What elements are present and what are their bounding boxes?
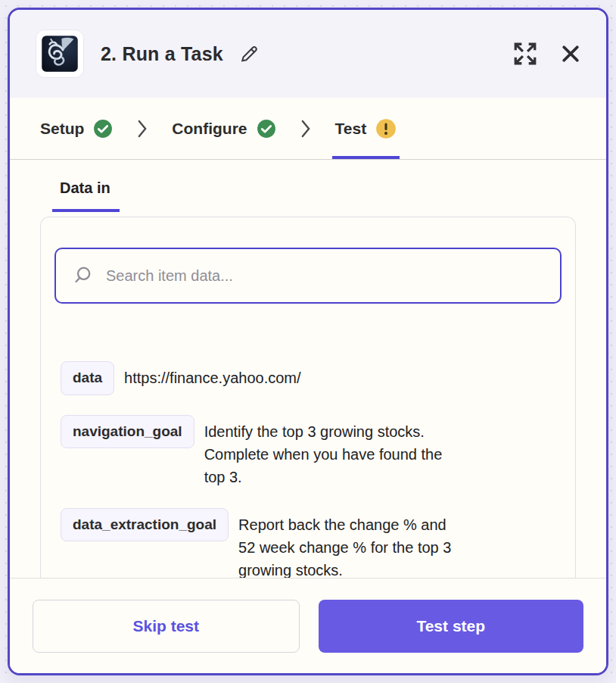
close-icon [559,42,582,65]
field-key-pill: navigation_goal [61,415,194,449]
step-title: 2. Run a Task [101,43,223,65]
chevron-right-icon [279,98,332,159]
search-input[interactable] [106,267,543,285]
data-in-card: data https://finance.yahoo.com/ navigati… [40,217,576,578]
search-bar [54,248,562,304]
dialog-footer: Skip test Test step [10,578,606,673]
run-task-dialog: 2. Run a Task [8,8,608,675]
data-row: navigation_goal Identify the top 3 growi… [61,415,555,488]
close-button[interactable] [556,39,585,68]
test-step-button[interactable]: Test step [319,600,584,653]
test-panel: Data in data https://finance.yahoo.com/ … [10,160,606,578]
tab-configure-label: Configure [172,120,247,138]
field-value: Identify the top 3 growing stocks. Compl… [204,415,443,488]
edit-title-button[interactable] [235,40,263,67]
dialog-header: 2. Run a Task [10,10,606,98]
expand-button[interactable] [509,38,541,70]
tab-data-in[interactable]: Data in [52,179,120,212]
data-row: data_extraction_goal Report back the cha… [61,508,555,578]
tab-setup[interactable]: Setup [37,98,116,159]
field-value: https://finance.yahoo.com/ [124,361,300,389]
tab-test[interactable]: Test [332,98,400,159]
app-icon [36,30,84,78]
field-value: Report back the change % and 52 week cha… [238,508,451,578]
check-circle-icon [93,119,113,139]
field-key-pill: data_extraction_goal [61,508,229,542]
tab-setup-label: Setup [40,120,84,138]
edit-pencil-icon [238,43,260,64]
dragon-app-icon [41,35,79,73]
expand-icon [512,41,538,67]
tab-configure[interactable]: Configure [169,98,278,159]
alert-circle-icon [375,118,397,139]
step-progress-nav: Setup Configure Test [10,98,606,160]
check-circle-icon [257,119,276,139]
chevron-right-icon [116,98,169,159]
tab-test-label: Test [335,120,367,138]
data-in-rows: data https://finance.yahoo.com/ navigati… [54,361,562,578]
data-row: data https://finance.yahoo.com/ [61,361,555,395]
skip-test-button[interactable]: Skip test [33,600,300,653]
field-key-pill: data [61,361,114,395]
search-icon [73,266,92,285]
